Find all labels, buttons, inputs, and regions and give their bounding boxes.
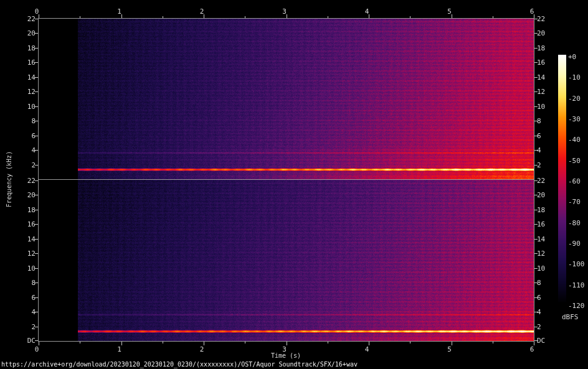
freq-tick-label: 22: [537, 177, 545, 185]
freq-tick-label: 20: [537, 29, 545, 38]
colorbar-tick-label: -10: [568, 73, 581, 82]
freq-tick-label: 10: [0, 264, 36, 273]
spectrogram-figure: 0123456 0123456 222018161412108642222018…: [0, 0, 588, 369]
time-tick-label: 4: [365, 7, 369, 16]
colorbar-tick-label: -60: [568, 177, 581, 186]
freq-tick-label: 12: [0, 250, 36, 258]
time-tick-label: 5: [447, 345, 452, 354]
freq-tick-label: 14: [537, 73, 545, 82]
freq-tick-label: 20: [537, 191, 545, 200]
freq-tick-label: 18: [537, 206, 545, 215]
time-tick-label: 6: [530, 7, 534, 16]
freq-tick-label: 4: [0, 308, 36, 317]
colorbar-tick-label: -110: [568, 281, 585, 290]
time-tick-label: 4: [365, 345, 369, 354]
colorbar-tick-label: -120: [568, 302, 585, 311]
freq-tick-label: 6: [0, 294, 36, 302]
freq-tick-label: 16: [0, 220, 36, 229]
freq-tick-label: 10: [537, 264, 545, 273]
freq-tick-label: 14: [537, 235, 545, 244]
time-tick-label: 3: [282, 7, 287, 16]
time-tick-label: 0: [35, 345, 39, 354]
colorbar: [558, 55, 566, 304]
x-axis-title: Time (s): [271, 352, 301, 360]
colorbar-tick-label: -70: [568, 198, 581, 207]
freq-tick-label: 20: [0, 29, 36, 38]
freq-tick-label: 4: [537, 308, 541, 317]
freq-tick-label: 8: [537, 117, 541, 126]
freq-tick-label: 22: [537, 15, 545, 24]
freq-tick-label: 22: [0, 15, 36, 24]
freq-tick-label: 8: [0, 279, 36, 287]
freq-dc-label: DC: [0, 337, 36, 345]
freq-tick-label: 10: [0, 103, 36, 111]
colorbar-unit-label: dBFS: [562, 313, 579, 321]
freq-tick-label: 10: [537, 103, 545, 111]
freq-tick-label: 12: [0, 88, 36, 96]
time-tick-label: 1: [117, 7, 121, 16]
freq-tick-label: 6: [537, 294, 541, 302]
freq-tick-label: 2: [537, 323, 541, 332]
freq-tick-label: 14: [0, 235, 36, 244]
freq-tick-label: 16: [0, 58, 36, 67]
colorbar-tick-label: -80: [568, 219, 581, 228]
freq-tick-label: 14: [0, 73, 36, 82]
freq-tick-label: 8: [537, 279, 541, 287]
freq-tick-label: 6: [0, 132, 36, 141]
freq-tick-label: 16: [537, 220, 545, 229]
file-url-caption: https://archive+org/download/20230120_20…: [1, 360, 358, 368]
time-tick-label: 5: [447, 7, 452, 16]
y-axis-title: Frequency (kHz): [5, 151, 13, 207]
colorbar-tick-label: +0: [568, 53, 576, 62]
freq-tick-label: 6: [537, 132, 541, 141]
time-tick-label: 6: [530, 345, 534, 354]
freq-tick-label: 12: [537, 250, 545, 258]
freq-tick-label: 8: [0, 117, 36, 126]
time-tick-label: 2: [200, 345, 204, 354]
spectrogram-left-channel: [39, 18, 534, 179]
colorbar-tick-label: -40: [568, 136, 581, 144]
colorbar-tick-label: -20: [568, 95, 581, 103]
freq-dc-label: DC: [537, 337, 545, 345]
colorbar-tick-label: -90: [568, 240, 581, 248]
colorbar-tick-label: -30: [568, 115, 581, 124]
freq-tick-label: 16: [537, 58, 545, 67]
freq-tick-label: 12: [537, 88, 545, 96]
time-tick-label: 1: [117, 345, 121, 354]
colorbar-tick-label: -100: [568, 260, 585, 269]
colorbar-tick-label: -50: [568, 157, 581, 166]
spectrogram-right-channel: [39, 180, 534, 341]
freq-tick-label: 4: [537, 146, 541, 155]
freq-tick-label: 2: [0, 323, 36, 332]
freq-tick-label: 2: [537, 161, 541, 170]
freq-tick-label: 18: [537, 44, 545, 53]
freq-tick-label: 18: [0, 44, 36, 53]
time-tick-label: 2: [200, 7, 204, 16]
time-tick-label: 0: [35, 7, 39, 16]
